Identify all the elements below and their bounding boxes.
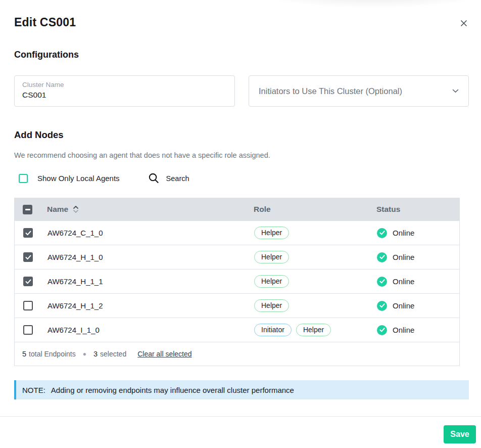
name-column-header: Name xyxy=(47,205,68,214)
agent-name: AW6724_H_1_2 xyxy=(47,301,254,310)
status-text: Online xyxy=(393,253,414,261)
note-prefix: NOTE: xyxy=(22,386,45,394)
status-cell: Online xyxy=(377,325,459,335)
cluster-name-field[interactable]: Cluster Name CS001 xyxy=(14,75,235,107)
role-badges: Helper xyxy=(254,275,377,288)
table-row: AW6724_I_1_0 InitiatorHelper Online xyxy=(14,318,460,342)
status-cell: Online xyxy=(377,228,459,238)
row-checkbox[interactable] xyxy=(23,228,33,238)
modal-header: Edit CS001 xyxy=(14,0,469,29)
status-text: Online xyxy=(393,326,414,334)
note-text: Adding or removing endpoints may influen… xyxy=(51,386,294,394)
row-checkbox[interactable] xyxy=(23,325,33,335)
cluster-name-label: Cluster Name xyxy=(22,81,227,88)
role-badge: Helper xyxy=(254,227,289,239)
online-status-icon xyxy=(377,252,387,262)
configurations-row: Cluster Name CS001 Initiators to Use Thi… xyxy=(14,75,469,107)
online-status-icon xyxy=(377,325,387,335)
role-badge: Helper xyxy=(254,275,289,288)
selected-count: 3 xyxy=(93,350,98,358)
initiators-select[interactable]: Initiators to Use This Cluster (Optional… xyxy=(249,75,469,107)
chevron-down-icon xyxy=(452,89,459,93)
search-icon xyxy=(149,173,159,184)
role-badges: Helper xyxy=(254,299,377,312)
clear-all-selected-link[interactable]: Clear all selected xyxy=(137,350,191,358)
total-endpoints-label: total Endpoints xyxy=(29,350,76,358)
status-text: Online xyxy=(393,229,414,237)
table-row: AW6724_H_1_1 Helper Online xyxy=(14,270,460,294)
role-badges: Helper xyxy=(254,227,377,239)
row-checkbox[interactable] xyxy=(23,301,33,310)
role-badges: InitiatorHelper xyxy=(254,324,377,336)
table-row: AW6724_H_1_2 Helper Online xyxy=(14,294,460,318)
role-badge: Helper xyxy=(254,251,289,263)
status-text: Online xyxy=(393,301,414,310)
table-body: AW6724_C_1_0 Helper Online AW6724_H_1_0 … xyxy=(14,221,460,342)
total-endpoints-count: 5 xyxy=(22,350,26,358)
footer-divider xyxy=(0,416,481,417)
online-status-icon xyxy=(377,277,387,287)
add-nodes-heading: Add Nodes xyxy=(14,129,469,141)
agent-name: AW6724_H_1_1 xyxy=(47,277,254,286)
add-nodes-description: We recommend choosing an agent that does… xyxy=(14,151,469,159)
status-cell: Online xyxy=(377,252,459,262)
search-label: Search xyxy=(166,174,189,183)
initiators-select-placeholder: Initiators to Use This Cluster (Optional… xyxy=(259,86,402,96)
configurations-heading: Configurations xyxy=(14,50,469,60)
status-column-header: Status xyxy=(376,205,460,214)
bullet-separator: ● xyxy=(83,350,86,357)
name-column-sort[interactable]: Name xyxy=(47,205,254,214)
row-checkbox[interactable] xyxy=(23,252,33,262)
agent-name: AW6724_I_1_0 xyxy=(47,326,254,334)
table-row: AW6724_H_1_0 Helper Online xyxy=(14,245,460,270)
role-badge: Helper xyxy=(254,299,289,312)
modal-title: Edit CS001 xyxy=(14,16,76,29)
show-only-local-agents-label: Show Only Local Agents xyxy=(37,174,120,183)
role-badge: Initiator xyxy=(254,324,292,336)
close-icon[interactable] xyxy=(459,18,469,28)
selected-label: selected xyxy=(100,350,126,358)
table-header-row: Name Role Status xyxy=(14,198,460,221)
show-only-local-agents-checkbox[interactable] xyxy=(19,174,28,183)
agent-name: AW6724_H_1_0 xyxy=(47,253,254,261)
agents-table: Name Role Status AW6724_C_1_0 Helper Onl… xyxy=(14,198,460,366)
role-column-header: Role xyxy=(254,205,376,214)
online-status-icon xyxy=(377,228,387,238)
status-text: Online xyxy=(393,277,414,286)
role-badges: Helper xyxy=(254,251,377,263)
search-button[interactable]: Search xyxy=(149,173,189,184)
indeterminate-dash-icon xyxy=(25,209,30,210)
role-badge: Helper xyxy=(296,324,331,336)
cluster-name-value: CS001 xyxy=(22,91,227,100)
sort-icon xyxy=(73,205,79,213)
select-all-checkbox[interactable] xyxy=(23,205,32,214)
table-footer: 5 total Endpoints ● 3 selected Clear all… xyxy=(14,342,460,366)
status-cell: Online xyxy=(377,277,459,287)
online-status-icon xyxy=(377,301,387,311)
row-checkbox[interactable] xyxy=(23,277,33,286)
table-row: AW6724_C_1_0 Helper Online xyxy=(14,221,460,245)
save-button[interactable]: Save xyxy=(444,425,476,443)
note-banner: NOTE: Adding or removing endpoints may i… xyxy=(14,380,469,399)
status-cell: Online xyxy=(377,301,459,311)
agent-name: AW6724_C_1_0 xyxy=(47,229,254,237)
table-controls: Show Only Local Agents Search xyxy=(14,173,469,184)
